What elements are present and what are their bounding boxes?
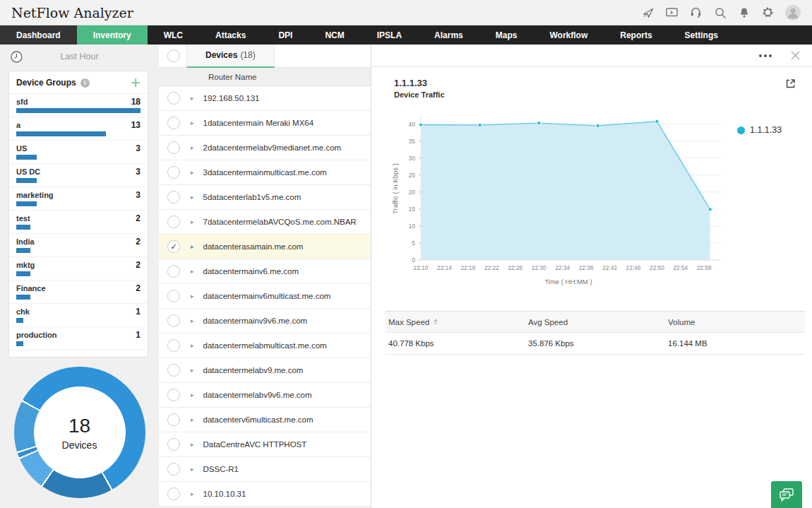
expand-chevron-icon[interactable]: ▸ [191, 268, 194, 275]
nav-item-ipsla[interactable]: IPSLA [361, 25, 418, 45]
device-group-row[interactable]: US3 [9, 141, 148, 164]
expand-chevron-icon[interactable]: ▸ [191, 95, 194, 102]
expand-chevron-icon[interactable]: ▸ [191, 466, 194, 473]
expand-chevron-icon[interactable]: ▸ [191, 367, 194, 374]
time-filter[interactable]: Last Hour [0, 45, 159, 69]
device-row[interactable]: ✓▸datacenterasamain.me.com [159, 235, 371, 259]
row-checkbox[interactable] [167, 166, 180, 179]
info-icon[interactable]: i [80, 78, 90, 88]
device-row[interactable]: ▸10.10.10.31 [159, 482, 371, 507]
row-checkbox[interactable] [167, 364, 180, 377]
device-row[interactable]: ▸datacentermainv6.me.com [159, 259, 371, 284]
router-name-column-header[interactable]: Router Name [159, 68, 371, 86]
expand-chevron-icon[interactable]: ▸ [191, 490, 194, 497]
summary-header-max-speed[interactable]: Max Speed [386, 318, 525, 326]
expand-chevron-icon[interactable]: ▸ [191, 342, 194, 349]
expand-chevron-icon[interactable]: ▸ [191, 119, 194, 126]
expand-chevron-icon[interactable]: ▸ [191, 293, 194, 300]
device-row[interactable]: ▸5datacenterlab1v5.me.com [159, 185, 371, 210]
chart-legend[interactable]: 1.1.1.33 [737, 124, 782, 136]
device-group-row[interactable]: test2 [9, 211, 148, 234]
nav-item-wlc[interactable]: WLC [148, 25, 199, 45]
device-row[interactable]: ▸datacentermelabv9.me.com [159, 358, 371, 383]
device-group-row[interactable]: sfd18 [9, 94, 148, 117]
expand-chevron-icon[interactable]: ▸ [191, 416, 194, 423]
device-group-row[interactable]: India2 [9, 234, 148, 257]
nav-item-dashboard[interactable]: Dashboard [0, 25, 77, 45]
nav-item-maps[interactable]: Maps [479, 25, 534, 45]
expand-chevron-icon[interactable]: ▸ [191, 391, 194, 398]
expand-chevron-icon[interactable]: ▸ [191, 218, 194, 225]
group-count-bar [16, 178, 37, 183]
device-group-row[interactable]: chk1 [9, 304, 148, 327]
nav-item-inventory[interactable]: Inventory [77, 25, 148, 45]
device-row[interactable]: ▸datacentermelabmulticast.me.com [159, 333, 371, 358]
row-checkbox[interactable] [167, 191, 180, 203]
support-headset-icon[interactable] [689, 6, 703, 19]
notifications-bell-icon[interactable] [737, 6, 751, 19]
more-options-icon[interactable] [756, 52, 775, 60]
device-row[interactable]: ▸datacentermelabv9v6.me.com [159, 383, 371, 408]
device-group-row[interactable]: mktg2 [9, 257, 148, 280]
summary-header-avg-speed[interactable]: Avg Speed [525, 318, 665, 326]
group-label: production [16, 331, 56, 339]
chat-support-button[interactable] [771, 481, 802, 508]
device-group-row[interactable]: Finance2 [9, 280, 148, 304]
group-label: marketing [16, 191, 54, 199]
row-checkbox[interactable] [167, 389, 180, 401]
row-checkbox[interactable] [167, 92, 180, 105]
expand-chevron-icon[interactable]: ▸ [191, 144, 194, 151]
row-checkbox[interactable] [167, 290, 180, 302]
device-row[interactable]: ▸2datacentermelabv9medianet.me.com [159, 136, 371, 160]
expand-chevron-icon[interactable]: ▸ [191, 169, 194, 176]
expand-chevron-icon[interactable]: ▸ [191, 317, 194, 324]
expand-chevron-icon[interactable]: ▸ [191, 194, 194, 201]
nav-item-workflow[interactable]: Workflow [533, 25, 604, 45]
export-icon[interactable] [784, 78, 796, 90]
nav-item-ncm[interactable]: NCM [309, 25, 360, 45]
device-row[interactable]: ▸DataCentreAVC HTTPHOST [159, 432, 371, 457]
select-all-checkbox[interactable] [167, 49, 180, 62]
row-checkbox[interactable] [167, 215, 180, 228]
row-checkbox[interactable] [167, 141, 180, 154]
nav-item-alarms[interactable]: Alarms [418, 25, 479, 45]
device-row[interactable]: ▸1datacentermain Meraki MX64 [159, 111, 371, 136]
row-checkbox[interactable] [167, 265, 180, 278]
device-group-row[interactable]: a13 [9, 117, 148, 141]
device-row[interactable]: ▸datacenterv6multicast.me.com [159, 408, 371, 432]
device-row[interactable]: ▸7datacentermelabAVCQoS.me.com.NBAR [159, 210, 371, 235]
device-group-row[interactable]: US DC3 [9, 164, 148, 187]
nav-item-settings[interactable]: Settings [669, 25, 734, 45]
row-checkbox[interactable] [167, 339, 180, 352]
nav-item-attacks[interactable]: Attacks [199, 25, 262, 45]
tab-devices[interactable]: Devices (18) [186, 45, 275, 68]
demo-screen-icon[interactable] [665, 6, 679, 19]
device-group-row[interactable]: production1 [9, 327, 148, 350]
device-row[interactable]: ▸datacentermainv6multicast.me.com [159, 284, 371, 309]
close-icon[interactable] [790, 50, 801, 61]
device-group-row[interactable]: marketing3 [9, 187, 148, 211]
settings-gear-icon[interactable] [761, 6, 775, 19]
row-checkbox-checked[interactable]: ✓ [167, 240, 180, 253]
user-avatar[interactable] [785, 5, 801, 20]
svg-text:40: 40 [409, 121, 416, 128]
row-checkbox[interactable] [167, 488, 180, 500]
device-row[interactable]: ▸datacentermainv9v6.me.com [159, 309, 371, 333]
summary-value: 16.144 MB [665, 339, 805, 348]
device-row[interactable]: ▸DSSC-R1 [159, 457, 371, 482]
summary-header-volume[interactable]: Volume [665, 318, 805, 326]
nav-item-dpi[interactable]: DPI [262, 25, 309, 45]
row-checkbox[interactable] [167, 117, 180, 129]
add-group-button[interactable]: + [131, 77, 141, 88]
row-checkbox[interactable] [167, 438, 180, 451]
expand-chevron-icon[interactable]: ▸ [191, 441, 194, 448]
row-checkbox[interactable] [167, 463, 180, 475]
expand-chevron-icon[interactable]: ▸ [191, 243, 194, 250]
search-icon[interactable] [713, 6, 727, 19]
nav-item-reports[interactable]: Reports [604, 25, 668, 45]
row-checkbox[interactable] [167, 314, 180, 327]
row-checkbox[interactable] [167, 413, 180, 426]
rocket-icon[interactable] [641, 6, 655, 19]
device-row[interactable]: ▸3datacentermainmulticast.me.com [159, 160, 371, 185]
device-row[interactable]: ▸192.168.50.131 [159, 86, 371, 111]
